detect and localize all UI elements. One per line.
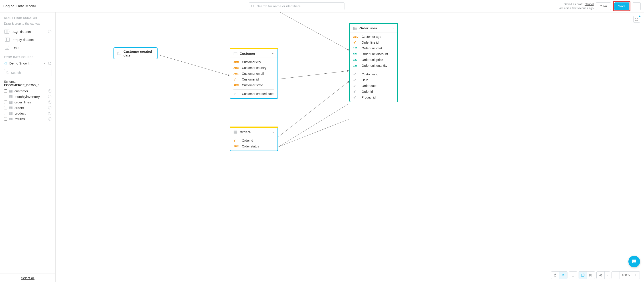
table-checkbox[interactable] [4, 106, 7, 109]
select-all-link[interactable]: Select all [0, 274, 56, 282]
field-ref-row[interactable]: Order date [350, 83, 397, 89]
clear-button[interactable]: Clear [596, 2, 611, 10]
datasource-selector[interactable]: Demo Snowfl… [0, 60, 56, 67]
field-name: Order id [362, 90, 373, 93]
field-row[interactable]: ABCCustomer country [230, 65, 278, 71]
help-icon[interactable]: ? [48, 95, 52, 98]
node-header[interactable]: Orders [230, 128, 278, 136]
scratch-empty-dataset[interactable]: Empty dataset [0, 35, 56, 44]
table-name: product [14, 111, 26, 115]
page-title: Logical Data Model [3, 4, 36, 8]
help-icon[interactable]: ? [48, 100, 52, 104]
help-icon[interactable]: ? [48, 117, 52, 121]
zoom-in[interactable] [632, 272, 640, 279]
field-row[interactable]: ABCCustomer state [230, 82, 278, 88]
node-orders[interactable]: Orders Order idABCOrder status [230, 127, 278, 151]
sidebar: START FROM SCRATCH Drag & drop to the ca… [0, 12, 56, 282]
scratch-date[interactable]: 31 Date [0, 44, 56, 52]
table-icon [9, 90, 13, 93]
field-row[interactable]: ABCCustomer email [230, 71, 278, 76]
map-view-tool[interactable] [587, 272, 595, 279]
node-customer-created-date[interactable]: Customer created date [114, 47, 158, 59]
select-tool[interactable] [559, 272, 567, 279]
pan-tool[interactable] [551, 272, 559, 279]
field-ref-row[interactable]: Order id [350, 89, 397, 94]
chat-icon [628, 256, 640, 267]
save-draft-label: Saved as draft [564, 2, 582, 6]
field-row[interactable]: 123Order unit discount [350, 51, 397, 57]
table-item[interactable]: monthlyinventory ? [0, 94, 56, 99]
canvas[interactable]: Customer created date Customer ABCCustom… [56, 12, 644, 282]
field-ref-row[interactable]: Date [350, 77, 397, 83]
graph-tool[interactable] [596, 272, 604, 279]
field-row[interactable]: Order line id [350, 39, 397, 45]
table-item[interactable]: orders ? [0, 105, 56, 111]
datasource-search [4, 69, 52, 76]
field-name: Order status [242, 145, 259, 148]
table-checkbox[interactable] [4, 117, 7, 121]
save-button[interactable]: Save [614, 2, 629, 10]
table-checkbox[interactable] [4, 100, 7, 104]
field-row[interactable]: ABCCustomer age [350, 34, 397, 39]
node-title: Orders [240, 130, 269, 134]
svg-point-17 [6, 72, 8, 73]
field-row[interactable]: 123Order unit price [350, 57, 397, 63]
field-ref-row[interactable]: Customer id [350, 71, 397, 77]
scratch-sql-dataset[interactable]: SQL dataset ? [0, 27, 56, 35]
field-divider [234, 89, 274, 90]
table-checkbox[interactable] [4, 95, 7, 98]
field-name: Customer age [362, 35, 381, 38]
fit-view-tool[interactable] [569, 272, 577, 279]
field-ref-row[interactable]: Product id [350, 94, 397, 100]
node-header[interactable]: Customer [230, 49, 278, 58]
help-icon[interactable]: ? [48, 89, 52, 93]
chevron-up-icon[interactable] [271, 52, 274, 55]
table-checkbox[interactable] [4, 112, 7, 115]
table-icon [9, 117, 13, 121]
scratch-item-label: Empty dataset [12, 38, 34, 42]
cancel-link[interactable]: Cancel [584, 2, 594, 6]
field-row[interactable]: ABCOrder status [230, 143, 278, 149]
field-row[interactable]: Customer id [230, 76, 278, 82]
field-row[interactable]: 123Order unit cost [350, 45, 397, 51]
empty-dataset-icon [4, 37, 10, 42]
node-header[interactable]: Order lines [350, 24, 397, 32]
svg-line-96 [600, 275, 601, 275]
date-view-tool[interactable] [579, 272, 587, 279]
node-title: Customer [240, 52, 269, 55]
chat-bubble[interactable] [628, 256, 640, 267]
search-icon [6, 71, 9, 74]
field-ref-row[interactable]: Customer created date [230, 91, 278, 97]
field-row[interactable]: Order id [230, 138, 278, 143]
search-input[interactable] [249, 2, 344, 10]
help-icon[interactable]: ? [48, 112, 52, 115]
table-name: orders [14, 106, 24, 110]
sync-indicator[interactable] [633, 16, 640, 23]
table-checkbox[interactable] [4, 89, 7, 93]
help-icon[interactable]: ? [48, 30, 52, 33]
table-list: customer ? monthlyinventory ? order_line… [0, 88, 56, 122]
refresh-icon[interactable] [48, 62, 52, 65]
help-icon[interactable]: ? [48, 106, 52, 109]
chevron-up-icon[interactable] [271, 131, 274, 134]
svg-point-80 [354, 80, 355, 81]
field-row[interactable]: 123Order unit quantity [350, 63, 397, 68]
chevron-down-icon [43, 62, 46, 65]
datasource-search-input[interactable] [4, 69, 52, 76]
graph-dropdown[interactable] [604, 272, 610, 279]
field-name: Order unit quantity [362, 64, 387, 67]
more-button[interactable]: … [633, 2, 641, 10]
table-item[interactable]: product ? [0, 111, 56, 116]
table-item[interactable]: returns ? [0, 116, 56, 122]
chevron-up-icon[interactable] [391, 27, 394, 30]
node-order-lines[interactable]: Order lines ABCCustomer ageOrder line id… [349, 23, 398, 102]
node-customer[interactable]: Customer ABCCustomer cityABCCustomer cou… [230, 48, 278, 99]
field-row[interactable]: ABCCustomer city [230, 59, 278, 65]
table-item[interactable]: order_lines ? [0, 99, 56, 105]
zoom-group: 100% [612, 271, 640, 279]
zoom-out[interactable] [612, 272, 620, 279]
table-item[interactable]: customer ? [0, 88, 56, 94]
svg-rect-67 [234, 131, 237, 133]
table-icon [9, 101, 13, 104]
svg-rect-7 [5, 38, 9, 41]
